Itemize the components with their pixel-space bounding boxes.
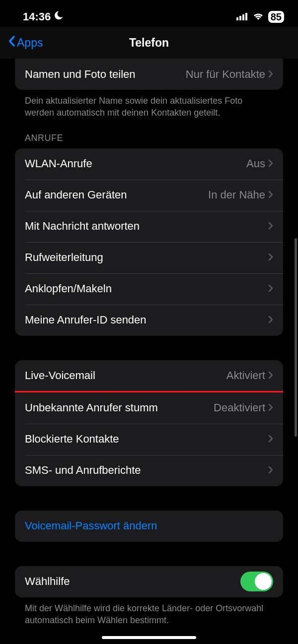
back-label: Apps (17, 36, 43, 50)
cell-live-voicemail[interactable]: Live-Voicemail Aktiviert (15, 360, 283, 391)
chevron-right-icon (268, 401, 273, 414)
cell-other-devices[interactable]: Auf anderen Geräten In der Nähe (15, 180, 283, 211)
cell-blocked-contacts[interactable]: Blockierte Kontakte (15, 424, 283, 455)
svg-rect-0 (236, 17, 238, 20)
cell-change-voicemail-password[interactable]: Voicemail-Passwort ändern (15, 511, 283, 542)
status-bar: 14:36 85 (0, 0, 298, 27)
cell-sms-call-reports[interactable]: SMS- und Anrufberichte (15, 455, 283, 486)
chevron-right-icon (268, 251, 273, 264)
cell-caller-id[interactable]: Meine Anrufer-ID senden (15, 305, 283, 336)
chevron-left-icon (8, 35, 16, 50)
page-title: Telefon (0, 36, 298, 50)
svg-rect-3 (245, 13, 247, 20)
svg-rect-1 (239, 16, 241, 20)
cellular-signal-icon (236, 10, 248, 23)
cell-label: Namen und Foto teilen (25, 68, 186, 81)
cell-call-forwarding[interactable]: Rufweiterleitung (15, 242, 283, 273)
cell-dial-assist: Wählhilfe (15, 566, 283, 597)
status-time: 14:36 (23, 10, 51, 23)
section-footer: Mit der Wählhilfe wird die korrekte Länd… (15, 597, 283, 627)
chevron-right-icon (268, 68, 273, 81)
cell-name-photo-share[interactable]: Namen und Foto teilen Nur für Kontakte (15, 59, 283, 90)
chevron-right-icon (268, 433, 273, 446)
chevron-right-icon (268, 157, 273, 170)
cell-reply-with-message[interactable]: Mit Nachricht antworten (15, 211, 283, 242)
section-header-anrufe: ANRUFE (15, 119, 283, 148)
chevron-right-icon (268, 369, 273, 382)
cell-value: Nur für Kontakte (186, 68, 265, 81)
wifi-icon (252, 10, 264, 23)
dial-assist-toggle[interactable] (240, 572, 273, 591)
svg-rect-2 (242, 14, 244, 20)
nav-bar: Apps Telefon (0, 27, 298, 59)
cell-silence-unknown[interactable]: Unbekannte Anrufer stumm Deaktiviert (15, 392, 283, 424)
cell-wlan-anrufe[interactable]: WLAN-Anrufe Aus (15, 148, 283, 180)
chevron-right-icon (268, 189, 273, 201)
chevron-right-icon (268, 464, 273, 477)
chevron-right-icon (268, 220, 273, 233)
home-indicator[interactable] (102, 636, 196, 639)
highlight-live-voicemail: Live-Voicemail Aktiviert (15, 360, 283, 392)
chevron-right-icon (268, 314, 273, 326)
cell-call-waiting[interactable]: Anklopfen/Makeln (15, 273, 283, 305)
battery-badge: 85 (268, 11, 284, 23)
scroll-indicator[interactable] (295, 238, 297, 437)
back-button[interactable]: Apps (8, 35, 43, 50)
chevron-right-icon (268, 282, 273, 295)
section-footer: Dein aktualisierter Name sowie dein aktu… (15, 90, 283, 119)
dnd-moon-icon (54, 10, 64, 23)
